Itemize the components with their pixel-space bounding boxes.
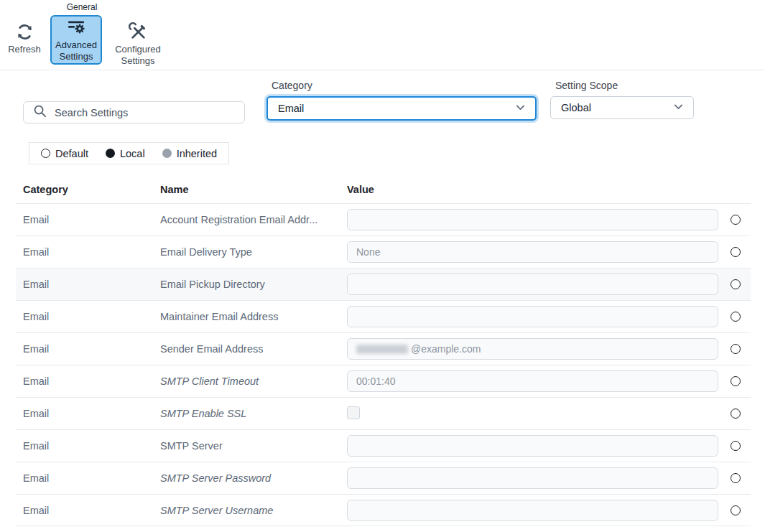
legend-item-inherited: Inherited xyxy=(162,148,217,159)
value-input[interactable] xyxy=(347,306,718,327)
refresh-button[interactable]: Refresh xyxy=(5,15,44,66)
row-state-cell xyxy=(720,505,751,515)
setting-scope-field: Setting Scope Global xyxy=(550,80,694,119)
scope-state-radio[interactable] xyxy=(731,344,741,354)
row-category: Email xyxy=(16,440,160,452)
search-icon xyxy=(33,104,47,121)
row-name: SMTP Server xyxy=(160,440,347,452)
category-field: Category Email xyxy=(266,80,537,121)
value-input[interactable]: @example.com xyxy=(347,338,718,360)
row-state-cell xyxy=(720,344,751,354)
scope-state-radio[interactable] xyxy=(731,247,741,257)
value-input[interactable]: None xyxy=(347,241,718,263)
row-value-cell: 00:01:40 xyxy=(347,370,720,392)
table-row: Email Account Registration Email Addr... xyxy=(16,203,751,235)
redacted-text xyxy=(356,345,408,354)
row-category: Email xyxy=(16,472,160,484)
category-selected-value: Email xyxy=(278,103,304,114)
row-category: Email xyxy=(16,311,160,322)
search-box xyxy=(23,101,245,123)
row-state-cell xyxy=(720,473,751,483)
row-name: SMTP Server Password xyxy=(160,472,347,484)
row-category: Email xyxy=(16,343,160,355)
row-value-cell xyxy=(347,500,720,521)
legend-item-default: Default xyxy=(41,148,88,159)
filters-bar: Category Email Setting Scope Global xyxy=(0,70,765,147)
chevron-down-icon xyxy=(672,101,685,115)
value-input[interactable]: 00:01:40 xyxy=(347,370,718,392)
configured-settings-button[interactable]: Configured Settings xyxy=(108,15,167,66)
row-name: Maintainer Email Address xyxy=(160,311,347,322)
chevron-down-icon xyxy=(514,101,527,116)
row-category: Email xyxy=(16,505,160,516)
advanced-settings-label: Advanced Settings xyxy=(52,39,101,62)
table-row: Email SMTP Server Password xyxy=(16,462,751,494)
row-state-cell xyxy=(720,215,751,225)
configured-settings-icon xyxy=(129,22,148,42)
legend-label: Local xyxy=(120,148,145,159)
row-state-cell xyxy=(720,376,751,386)
legend-label: Inherited xyxy=(177,148,217,159)
row-value-cell xyxy=(347,406,720,421)
column-header-category: Category xyxy=(16,184,160,195)
row-category: Email xyxy=(16,246,160,258)
refresh-label: Refresh xyxy=(8,44,41,55)
table-row: Email Sender Email Address @example.com xyxy=(16,332,751,365)
setting-scope-select[interactable]: Global xyxy=(550,96,694,119)
row-name: Email Delivery Type xyxy=(160,246,347,258)
scope-state-radio[interactable] xyxy=(731,473,741,483)
scope-state-radio[interactable] xyxy=(731,441,741,451)
category-select[interactable]: Email xyxy=(266,96,537,121)
row-value-cell: @example.com xyxy=(347,338,720,360)
row-value-cell xyxy=(347,435,720,457)
table-row: Email SMTP Enable SSL xyxy=(16,397,751,429)
row-value-cell xyxy=(347,274,720,295)
advanced-settings-button[interactable]: Advanced Settings xyxy=(50,15,102,65)
scope-state-radio[interactable] xyxy=(731,409,741,419)
row-state-cell xyxy=(720,279,751,289)
settings-table: Category Name Value Email Account Regist… xyxy=(16,176,751,526)
refresh-icon xyxy=(15,22,34,42)
table-row: Email SMTP Server xyxy=(16,429,751,462)
column-header-name: Name xyxy=(160,184,347,195)
legend-item-local: Local xyxy=(106,148,145,159)
value-checkbox[interactable] xyxy=(347,406,360,419)
row-value-cell xyxy=(347,467,720,489)
setting-scope-selected-value: Global xyxy=(561,102,591,113)
row-state-cell xyxy=(720,247,751,257)
row-category: Email xyxy=(16,214,160,225)
search-input[interactable] xyxy=(53,106,237,119)
row-name: SMTP Enable SSL xyxy=(160,408,347,419)
table-row: Email SMTP Server Username xyxy=(16,494,751,526)
scope-state-radio[interactable] xyxy=(731,376,741,386)
value-input[interactable] xyxy=(347,274,718,295)
scope-state-radio[interactable] xyxy=(731,215,741,225)
value-input[interactable] xyxy=(347,467,718,489)
row-state-cell xyxy=(720,441,751,451)
default-state-icon xyxy=(41,149,50,158)
table-row: Email SMTP Client Timeout 00:01:40 xyxy=(16,365,751,397)
row-value-cell xyxy=(347,209,720,230)
row-name: Sender Email Address xyxy=(160,343,347,355)
toolbar-buttons: Refresh Advanced Settings xyxy=(5,15,167,66)
legend-label: Default xyxy=(55,148,88,159)
category-label: Category xyxy=(272,80,537,91)
local-state-icon xyxy=(106,149,115,158)
status-legend: Default Local Inherited xyxy=(29,142,229,164)
row-name: SMTP Server Username xyxy=(160,505,347,516)
setting-scope-label: Setting Scope xyxy=(555,80,694,91)
value-input[interactable] xyxy=(347,435,718,457)
scope-state-radio[interactable] xyxy=(731,312,741,322)
row-value-cell: None xyxy=(347,241,720,263)
row-category: Email xyxy=(16,279,160,290)
row-value-cell xyxy=(347,306,720,327)
row-state-cell xyxy=(720,312,751,322)
scope-state-radio[interactable] xyxy=(731,505,741,515)
value-input[interactable] xyxy=(347,500,718,521)
scope-state-radio[interactable] xyxy=(731,279,741,289)
row-category: Email xyxy=(16,408,160,419)
toolbar-group-label: General xyxy=(49,2,115,12)
value-input[interactable] xyxy=(347,209,718,230)
table-header: Category Name Value xyxy=(16,176,751,203)
row-category: Email xyxy=(16,375,160,387)
